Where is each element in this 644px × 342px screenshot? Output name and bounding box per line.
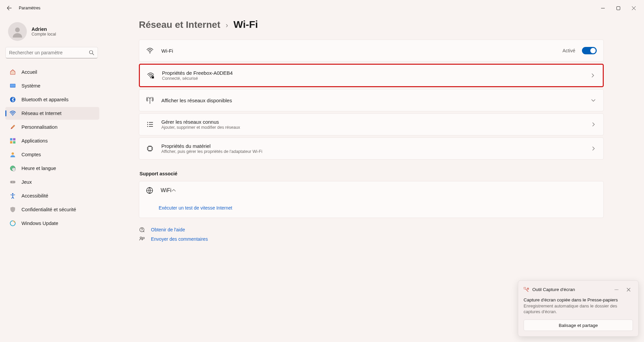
support-title: WiFi (161, 187, 171, 193)
list-icon (146, 120, 154, 128)
chevron-right-icon (590, 121, 597, 128)
nav-label: Personnalisation (21, 124, 57, 130)
svg-rect-21 (152, 76, 154, 78)
snip-toast: Outil Capture d'écran Capture d'écran co… (518, 280, 639, 337)
toast-close-button[interactable] (624, 285, 633, 294)
apps-icon (9, 137, 16, 144)
svg-point-11 (12, 153, 14, 155)
svg-point-29 (140, 237, 142, 239)
minimize-button[interactable] (595, 1, 610, 15)
chip-icon (146, 145, 154, 153)
snip-app-icon (524, 287, 529, 292)
nav-gaming[interactable]: Jeux (5, 176, 99, 188)
svg-point-16 (14, 182, 14, 182)
svg-rect-14 (10, 181, 15, 183)
card-title: Afficher les réseaux disponibles (161, 98, 590, 103)
card-sub: Connecté, sécurisé (162, 76, 589, 81)
nav-privacy[interactable]: Confidentialité et sécurité (5, 203, 99, 216)
chevron-right-icon (589, 72, 596, 79)
nav-bluetooth[interactable]: Bluetooth et appareils (5, 93, 99, 106)
breadcrumb: Réseau et Internet › Wi-Fi (139, 19, 604, 30)
feedback-link[interactable]: Envoyer des commentaires (151, 236, 208, 242)
svg-rect-8 (13, 138, 15, 140)
bluetooth-icon (9, 96, 16, 103)
wifi-secure-icon (147, 71, 155, 79)
profile-block[interactable]: Adrien Compte local (3, 19, 101, 47)
wifi-icon (146, 47, 154, 55)
nav-accounts[interactable]: Comptes (5, 148, 99, 161)
chevron-up-icon (171, 188, 176, 193)
chevron-down-icon (590, 97, 597, 104)
nav-label: Accessibilité (21, 193, 48, 198)
system-icon (9, 82, 16, 89)
speed-test-link[interactable]: Exécuter un test de vitesse Internet (159, 205, 232, 211)
support-link-row: Exécuter un test de vitesse Internet (139, 199, 603, 218)
nav-label: Bluetooth et appareils (21, 97, 68, 102)
avatar (8, 22, 27, 41)
svg-point-15 (11, 182, 12, 182)
nav-update[interactable]: Windows Update (5, 217, 99, 230)
arrow-left-icon (7, 5, 12, 11)
nav-home[interactable]: Accueil (5, 66, 99, 78)
svg-point-34 (618, 289, 618, 290)
close-icon (632, 6, 636, 10)
svg-point-6 (12, 115, 13, 116)
known-networks-card[interactable]: Gérer les réseaux connus Ajouter, suppri… (139, 113, 604, 135)
search-box[interactable] (5, 47, 98, 58)
svg-point-2 (90, 51, 93, 54)
svg-point-20 (150, 77, 151, 78)
nav-accessibility[interactable]: Accessibilité (5, 189, 99, 202)
svg-rect-4 (10, 84, 15, 87)
nav-personalization[interactable]: Personnalisation (5, 121, 99, 133)
breadcrumb-parent[interactable]: Réseau et Internet (139, 19, 220, 30)
search-input[interactable] (9, 50, 89, 55)
maximize-button[interactable] (610, 1, 626, 15)
nav-label: Accueil (21, 69, 37, 75)
svg-point-19 (150, 52, 151, 53)
support-head[interactable]: WiFi (139, 181, 603, 199)
nav-label: Confidentialité et sécurité (21, 207, 76, 212)
svg-point-23 (147, 124, 148, 125)
toast-action-button[interactable]: Balisage et partage (524, 320, 633, 331)
wifi-toggle-card[interactable]: Wi-Fi Activé (139, 40, 604, 62)
nav-label: Applications (21, 138, 48, 144)
toast-more-button[interactable] (612, 285, 621, 294)
back-button[interactable] (3, 1, 16, 15)
sidebar: Adrien Compte local Accueil Système Blue… (0, 16, 104, 342)
svg-rect-9 (10, 141, 12, 144)
chevron-right-icon (590, 145, 597, 152)
svg-point-32 (615, 289, 615, 290)
card-sub: Afficher, puis gérer les propriétés de l… (161, 149, 590, 154)
close-button[interactable] (626, 1, 641, 15)
available-networks-card[interactable]: Afficher les réseaux disponibles (139, 89, 604, 111)
nav-system[interactable]: Système (5, 79, 99, 92)
help-link[interactable]: Obtenir de l'aide (151, 227, 185, 232)
wifi-properties-card[interactable]: Propriétés de Freebox-A0DEB4 Connecté, s… (139, 64, 604, 87)
nav-label: Réseau et Internet (21, 111, 61, 116)
nav-network[interactable]: Réseau et Internet (5, 107, 99, 120)
svg-point-33 (616, 289, 617, 290)
help-link-row[interactable]: Obtenir de l'aide (139, 227, 604, 233)
nav-time-language[interactable]: Heure et langue (5, 162, 99, 175)
titlebar: Paramètres (0, 0, 644, 16)
card-title: Gérer les réseaux connus (161, 119, 590, 125)
account-icon (9, 151, 16, 158)
gamepad-icon (9, 179, 16, 185)
nav-apps[interactable]: Applications (5, 134, 99, 147)
home-icon (9, 69, 16, 75)
card-title: Propriétés de Freebox-A0DEB4 (162, 70, 589, 76)
support-card: WiFi Exécuter un test de vitesse Interne… (139, 181, 604, 218)
globe-clock-icon (9, 165, 16, 172)
profile-name: Adrien (32, 26, 56, 32)
wifi-toggle[interactable] (582, 47, 597, 54)
wifi-icon (9, 110, 16, 117)
hardware-properties-card[interactable]: Propriétés du matériel Afficher, puis gé… (139, 137, 604, 160)
close-icon (627, 288, 631, 292)
card-title: Propriétés du matériel (161, 143, 590, 149)
chevron-right-icon: › (226, 21, 228, 30)
svg-point-17 (12, 193, 13, 194)
feedback-link-row[interactable]: Envoyer des commentaires (139, 236, 604, 242)
svg-rect-30 (524, 287, 526, 289)
profile-sub: Compte local (32, 32, 56, 37)
shield-icon (9, 206, 16, 213)
